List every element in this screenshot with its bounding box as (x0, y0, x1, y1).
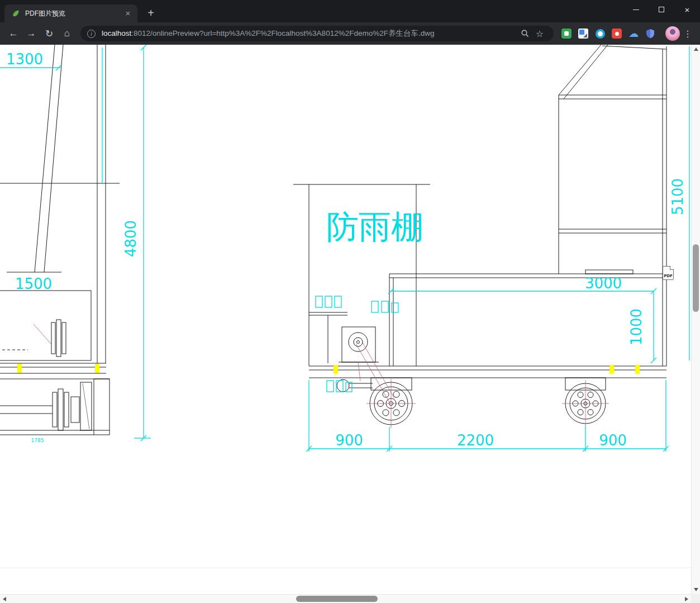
reload-button[interactable]: ↻ (40, 25, 58, 42)
shield-glyph (645, 29, 655, 39)
browser-menu-button[interactable]: ⋮ (680, 25, 696, 42)
dim-5100: 5100 (669, 178, 686, 215)
bookmark-star-icon[interactable]: ☆ (532, 26, 547, 41)
horizontal-scroll-thumb[interactable] (296, 596, 378, 602)
extension-cloud-icon[interactable]: ☁ (625, 25, 642, 42)
dim-1785: 1785 (31, 438, 44, 443)
construction-lines (34, 324, 609, 428)
minimize-button[interactable] (623, 0, 649, 19)
maximize-icon (659, 7, 664, 12)
red-badge (612, 29, 622, 39)
weld-highlights (17, 364, 640, 374)
horizontal-scrollbar[interactable] (0, 594, 691, 603)
dim-900-left: 900 (335, 432, 363, 449)
dwg-preview-page: 1300 4800 1500 1785 5100 3000 1000 900 2… (0, 45, 691, 594)
tab-close-icon[interactable]: × (123, 8, 133, 18)
browser-tab[interactable]: PDF图片预览 × (4, 4, 137, 22)
url-text: localhost:8012/onlinePreview?url=http%3A… (102, 29, 518, 39)
scroll-right-arrow[interactable] (685, 597, 688, 601)
extension-circle-icon[interactable] (592, 25, 608, 42)
extension-red-icon[interactable] (608, 25, 625, 42)
browser-toolbar: ← → ↻ ⌂ i localhost:8012/onlinePreview?u… (0, 22, 700, 45)
pdf-file-icon: PDF (663, 266, 674, 280)
extension-shield-icon[interactable] (642, 25, 659, 42)
extension-green-icon[interactable] (558, 25, 575, 42)
maximize-button[interactable] (649, 0, 674, 19)
magnifier-glyph (521, 29, 530, 38)
dim-3000: 3000 (585, 275, 622, 292)
vertical-scrollbar[interactable] (691, 45, 700, 594)
cad-drawing: 1300 4800 1500 1785 5100 3000 1000 900 2… (0, 45, 691, 594)
forward-button[interactable]: → (22, 25, 40, 42)
dim-1500: 1500 (15, 276, 52, 292)
browser-window: PDF图片预览 × + × ← → ↻ ⌂ i localhost:8012/o… (0, 0, 700, 603)
kkfileview-leaf-favicon (11, 9, 20, 18)
ring-badge (596, 29, 605, 39)
shelter-label: 防雨棚 (326, 208, 423, 246)
scroll-down-arrow[interactable] (694, 588, 698, 591)
back-button[interactable]: ← (4, 25, 22, 42)
address-bar[interactable]: i localhost:8012/onlinePreview?url=http%… (80, 26, 554, 41)
site-info-icon[interactable]: i (87, 30, 96, 38)
minimize-icon (633, 10, 639, 10)
dimension-lines (0, 45, 689, 452)
dim-1000: 1000 (628, 308, 645, 345)
cloud-glyph: ☁ (628, 29, 639, 39)
scrollbar-corner (691, 594, 700, 603)
translate-badge (578, 29, 588, 39)
scroll-up-arrow[interactable] (694, 48, 698, 51)
tab-title: PDF图片预览 (25, 9, 123, 18)
home-button[interactable]: ⌂ (58, 25, 76, 42)
vertical-scroll-thumb[interactable] (693, 244, 699, 312)
url-host: localhost (102, 29, 131, 37)
window-controls: × (623, 0, 700, 19)
close-button[interactable]: × (674, 0, 700, 19)
titlebar: PDF图片预览 × + × (0, 0, 700, 22)
extension-translate-icon[interactable] (575, 25, 592, 42)
profile-avatar[interactable] (665, 26, 680, 41)
url-path: :8012/onlinePreview?url=http%3A%2F%2Floc… (131, 29, 434, 37)
left-elevation-linework (0, 45, 120, 435)
dim-900-right: 900 (599, 432, 627, 449)
dim-1300: 1300 (6, 51, 43, 68)
green-badge (561, 29, 572, 39)
dim-4800: 4800 (122, 220, 139, 257)
scroll-left-arrow[interactable] (3, 597, 6, 601)
zoom-icon[interactable] (518, 26, 532, 41)
dim-2200: 2200 (457, 432, 494, 449)
new-tab-button[interactable]: + (143, 6, 159, 21)
